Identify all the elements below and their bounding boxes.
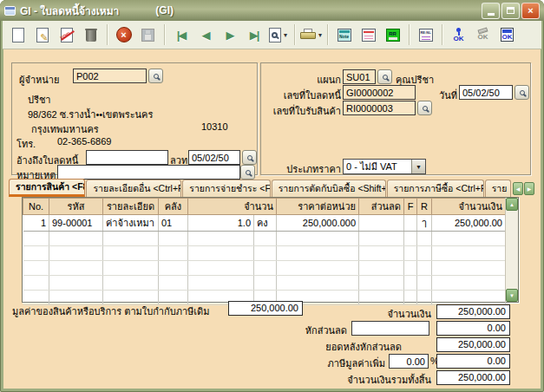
void-document-icon: VOID	[61, 28, 73, 42]
save-button[interactable]	[136, 23, 160, 47]
grid-empty-row[interactable]	[23, 232, 506, 246]
tab-more[interactable]: ราย	[485, 180, 511, 197]
receive-no-label: เลขที่ใบรับสินค้า	[261, 103, 341, 119]
cancel-button[interactable]: ×	[112, 23, 135, 47]
print-dropdown-caret[interactable]: ▾	[318, 31, 322, 39]
receive-no-field[interactable]	[343, 101, 416, 115]
col-warehouse: คลัง	[159, 199, 188, 215]
scroll-down-button[interactable]: ▼	[506, 289, 518, 302]
unpost-ok-button[interactable]: OK	[471, 23, 495, 47]
search-icon	[520, 90, 525, 95]
cell-unit: คง	[254, 215, 277, 232]
grid-empty-row[interactable]	[23, 261, 506, 276]
ref-credit-note-field[interactable]	[86, 150, 168, 165]
remark-search-button[interactable]	[240, 165, 255, 180]
grid-vertical-scrollbar[interactable]: ▲ ▼	[505, 198, 518, 302]
tab-purchase-tax[interactable]: รายการภาษีซื้อ <Ctrl+F7>	[387, 180, 484, 197]
grand-total-value: 250,000.00	[436, 370, 510, 385]
credit-note-no-label: เลขที่ใบลดหนี้	[261, 88, 341, 103]
tab-items[interactable]: รายการสินค้า <F8>	[9, 179, 85, 197]
col-amount: จำนวนเงิน	[432, 199, 506, 215]
previous-record-button[interactable]: ◀	[193, 23, 217, 47]
scroll-up-button[interactable]: ▲	[506, 198, 518, 211]
vendor-name: ปรีชา	[28, 92, 51, 108]
post-ok-button[interactable]: OK	[447, 23, 470, 47]
tab-apply-to-bills[interactable]: รายการตัดกับบิลซื้อ <Shift+F7>	[272, 180, 386, 197]
next-record-icon: ▶	[226, 29, 233, 42]
cell-quantity: 1.0	[188, 215, 254, 232]
preview-dropdown-caret[interactable]: ▾	[284, 31, 287, 39]
previous-record-icon: ◀	[202, 29, 209, 42]
down-arrow-icon: ▼	[509, 293, 515, 298]
minimize-icon	[488, 13, 495, 16]
cell-description: ค่าจ้างเหมา	[103, 215, 159, 232]
next-record-button[interactable]: ▶	[218, 23, 241, 47]
after-discount-value: 250,000.00	[436, 337, 510, 352]
price-type-dropdown[interactable]: 0 - ไม่มี VAT ▼	[343, 159, 426, 174]
vat-label: ภาษีมูลค่าเพิ่ม	[286, 356, 385, 371]
col-f: F	[404, 199, 417, 215]
maximize-button[interactable]	[501, 3, 520, 19]
vendor-city: กรุงเทพมหานคร	[31, 121, 99, 137]
grid-empty-row[interactable]	[23, 246, 506, 261]
first-record-button[interactable]: |◀	[169, 23, 193, 47]
app-icon	[4, 6, 16, 16]
grid-empty-row[interactable]	[23, 276, 506, 291]
tab-other-details[interactable]: รายละเอียดอื่น <Ctrl+F8>	[86, 180, 181, 197]
grid-row-1[interactable]: 1 99-00001 ค่าจ้างเหมา 01 1.0 คง 250,000…	[23, 215, 506, 232]
tab-payments[interactable]: รายการจ่ายชำระ <F7>	[182, 180, 270, 197]
trash-icon	[85, 28, 97, 42]
vendor-label: ผู้จำหน่าย	[19, 72, 59, 88]
minimize-button[interactable]	[482, 3, 500, 19]
ref-date-search-button[interactable]	[242, 150, 257, 165]
printer-icon	[300, 29, 316, 42]
last-record-button[interactable]: ▶|	[242, 23, 265, 47]
discount-input[interactable]	[351, 321, 429, 336]
close-button[interactable]: ×	[521, 3, 540, 19]
tab-scroll-left-button[interactable]: ◀	[513, 182, 523, 195]
department-code-field[interactable]	[343, 69, 376, 84]
vat-rate-input[interactable]	[389, 354, 429, 369]
void-button[interactable]: VOID	[55, 23, 78, 47]
grid-header-row: No. รหัส รายละเอียด คลัง จำนวน ราคาต่อหน…	[23, 199, 506, 215]
amount-value: 250,000.00	[436, 304, 510, 319]
after-discount-label: ยอดหลังหักส่วนลด	[286, 339, 402, 355]
edit-button[interactable]: ✎	[30, 23, 54, 47]
print-button[interactable]: ▾	[299, 23, 323, 47]
line-items-table: No. รหัส รายละเอียด คลัง จำนวน ราคาต่อหน…	[23, 198, 506, 305]
maximize-icon	[507, 7, 515, 14]
credit-note-no-field[interactable]	[343, 85, 416, 100]
dropdown-arrow-icon[interactable]: ▼	[411, 160, 425, 173]
receive-no-search-button[interactable]	[417, 101, 432, 115]
window-title-suffix: (GI)	[155, 4, 174, 16]
voucher-button[interactable]	[357, 23, 380, 47]
vendor-code-field[interactable]	[73, 69, 147, 83]
post-batch-button[interactable]: OK	[495, 23, 519, 47]
line-items-grid: No. รหัส รายละเอียด คลัง จำนวน ราคาต่อหน…	[22, 197, 519, 303]
vendor-search-button[interactable]	[148, 69, 163, 83]
save-disk-icon	[141, 29, 154, 42]
title-bar: GI - ใบลดหนี้จ้างเหมา (GI) ×	[0, 0, 544, 21]
department-label: แผนก	[261, 72, 341, 88]
tab-scroll-right-button[interactable]: ▶	[524, 182, 534, 195]
cell-discount	[359, 215, 404, 232]
client-area: ผู้จำหน่าย ปรีชา 98/362 ซ.รางน้ำ••เขตพระ…	[3, 49, 541, 389]
recurring-button[interactable]: RE:NL	[414, 23, 437, 47]
phone-label: โทร.	[16, 136, 36, 152]
note-button[interactable]: Note	[332, 23, 356, 47]
date-field[interactable]	[459, 85, 513, 100]
remark-field[interactable]	[57, 165, 240, 180]
col-quantity: จำนวน	[188, 199, 277, 215]
delete-button[interactable]	[79, 23, 102, 47]
new-button[interactable]	[6, 23, 29, 47]
toolbar-separator	[107, 24, 108, 45]
date-search-button[interactable]	[515, 85, 529, 100]
department-search-button[interactable]	[377, 69, 392, 84]
vendor-address: 98/362 ซ.รางน้ำ••เขตพระนคร	[28, 107, 153, 122]
preview-button[interactable]: ▾	[266, 23, 290, 47]
vendor-groupbox: ผู้จำหน่าย ปรีชา 98/362 ซ.รางน้ำ••เขตพระ…	[11, 62, 258, 175]
window-controls: ×	[482, 3, 540, 19]
rr-button[interactable]: RR	[381, 23, 404, 47]
pencil-icon: ✎	[40, 32, 48, 43]
ref-date-field[interactable]	[188, 150, 240, 165]
